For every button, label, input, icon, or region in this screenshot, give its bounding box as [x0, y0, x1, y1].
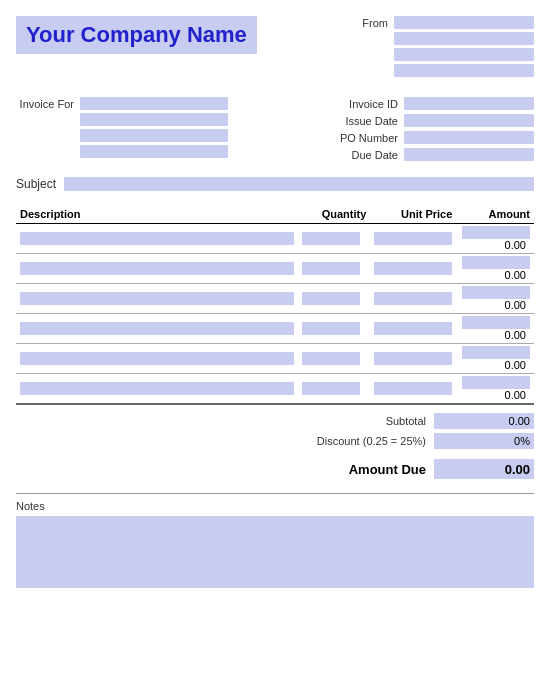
- client-address1-field[interactable]: [80, 113, 228, 126]
- client-name-field[interactable]: [80, 97, 228, 110]
- amount-value-1: 0.00: [460, 239, 530, 251]
- invoice-id-row: Invoice ID: [294, 97, 534, 110]
- totals-section: Subtotal 0.00 Discount (0.25 = 25%) 0% A…: [16, 413, 534, 479]
- bill-to-row-addr2: [16, 129, 228, 142]
- from-row-name: From: [358, 16, 534, 29]
- invoice-id-field[interactable]: [404, 97, 534, 110]
- discount-label: Discount (0.25 = 25%): [317, 435, 426, 447]
- up-field-1[interactable]: [374, 232, 452, 245]
- amount-value-2: 0.00: [460, 269, 530, 281]
- amount-value-5: 0.00: [460, 359, 530, 371]
- col-header-amount: Amount: [456, 205, 534, 224]
- qty-field-4[interactable]: [302, 322, 360, 335]
- invoice-id-label: Invoice ID: [328, 98, 398, 110]
- subject-field[interactable]: [64, 177, 534, 191]
- subject-row: Subject: [16, 177, 534, 191]
- qty-field-1[interactable]: [302, 232, 360, 245]
- amount-due-row: Amount Due 0.00: [264, 459, 534, 479]
- amount-value-4: 0.00: [460, 329, 530, 341]
- up-field-6[interactable]: [374, 382, 452, 395]
- bill-to-section: Invoice For: [16, 97, 228, 161]
- from-address1-field[interactable]: [394, 32, 534, 45]
- table-row: 0.00: [16, 374, 534, 405]
- from-city-field[interactable]: [394, 64, 534, 77]
- invoice-header: Your Company Name From: [16, 16, 534, 77]
- amount-field-6[interactable]: [462, 376, 530, 389]
- from-row-city: [358, 64, 534, 77]
- qty-field-6[interactable]: [302, 382, 360, 395]
- bill-to-row-addr1: [16, 113, 228, 126]
- notes-label: Notes: [16, 500, 534, 512]
- subtotal-label: Subtotal: [386, 415, 426, 427]
- desc-field-3[interactable]: [20, 292, 294, 305]
- from-row-addr1: [358, 32, 534, 45]
- desc-field-1[interactable]: [20, 232, 294, 245]
- from-name-field[interactable]: [394, 16, 534, 29]
- subject-label: Subject: [16, 177, 56, 191]
- amount-value-3: 0.00: [460, 299, 530, 311]
- amount-field-2[interactable]: [462, 256, 530, 269]
- up-field-5[interactable]: [374, 352, 452, 365]
- due-date-field[interactable]: [404, 148, 534, 161]
- up-field-4[interactable]: [374, 322, 452, 335]
- discount-value: 0%: [514, 435, 530, 447]
- amount-value-6: 0.00: [460, 389, 530, 401]
- qty-field-2[interactable]: [302, 262, 360, 275]
- subtotal-row: Subtotal 0.00: [264, 413, 534, 429]
- invoice-for-label: Invoice For: [16, 98, 74, 110]
- desc-field-6[interactable]: [20, 382, 294, 395]
- amount-due-label: Amount Due: [349, 462, 426, 477]
- bill-to-row-city: [16, 145, 228, 158]
- po-number-row: PO Number: [294, 131, 534, 144]
- po-number-field[interactable]: [404, 131, 534, 144]
- from-label: From: [358, 17, 388, 29]
- client-city-field[interactable]: [80, 145, 228, 158]
- col-header-description: Description: [16, 205, 298, 224]
- client-address2-field[interactable]: [80, 129, 228, 142]
- discount-field[interactable]: 0%: [434, 433, 534, 449]
- invoice-info-section: Invoice ID Issue Date PO Number Due Date: [294, 97, 534, 161]
- amount-due-value: 0.00: [505, 462, 530, 477]
- table-header-row: Description Quantity Unit Price Amount: [16, 205, 534, 224]
- from-section: From: [358, 16, 534, 77]
- amount-field-5[interactable]: [462, 346, 530, 359]
- table-row: 0.00: [16, 224, 534, 254]
- qty-field-3[interactable]: [302, 292, 360, 305]
- col-header-quantity: Quantity: [298, 205, 370, 224]
- issue-date-field[interactable]: [404, 114, 534, 127]
- issue-date-label: Issue Date: [328, 115, 398, 127]
- from-row-addr2: [358, 48, 534, 61]
- amount-due-field[interactable]: 0.00: [434, 459, 534, 479]
- due-date-label: Due Date: [328, 149, 398, 161]
- table-row: 0.00: [16, 254, 534, 284]
- qty-field-5[interactable]: [302, 352, 360, 365]
- po-number-label: PO Number: [328, 132, 398, 144]
- subtotal-value: 0.00: [509, 415, 530, 427]
- due-date-row: Due Date: [294, 148, 534, 161]
- desc-field-2[interactable]: [20, 262, 294, 275]
- issue-date-row: Issue Date: [294, 114, 534, 127]
- notes-field[interactable]: [16, 516, 534, 588]
- subtotal-field[interactable]: 0.00: [434, 413, 534, 429]
- table-row: 0.00: [16, 284, 534, 314]
- middle-section: Invoice For Invoice ID Issue Date PO Num…: [16, 97, 534, 161]
- table-row: 0.00: [16, 314, 534, 344]
- invoice-table: Description Quantity Unit Price Amount 0…: [16, 205, 534, 405]
- desc-field-4[interactable]: [20, 322, 294, 335]
- up-field-2[interactable]: [374, 262, 452, 275]
- table-row: 0.00: [16, 344, 534, 374]
- amount-field-1[interactable]: [462, 226, 530, 239]
- notes-section: Notes: [16, 493, 534, 588]
- col-header-unit-price: Unit Price: [370, 205, 456, 224]
- up-field-3[interactable]: [374, 292, 452, 305]
- amount-field-4[interactable]: [462, 316, 530, 329]
- desc-field-5[interactable]: [20, 352, 294, 365]
- from-address2-field[interactable]: [394, 48, 534, 61]
- company-name[interactable]: Your Company Name: [16, 16, 257, 54]
- discount-row: Discount (0.25 = 25%) 0%: [264, 433, 534, 449]
- amount-field-3[interactable]: [462, 286, 530, 299]
- bill-to-row-name: Invoice For: [16, 97, 228, 110]
